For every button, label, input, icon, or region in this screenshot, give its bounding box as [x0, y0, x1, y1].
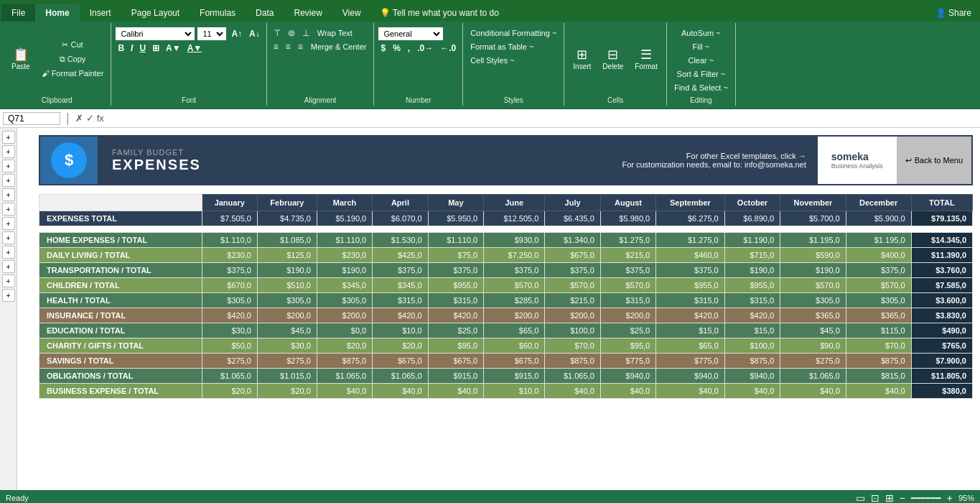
row-value[interactable]: $215,0	[545, 293, 600, 308]
row-value[interactable]: $1.195,0	[780, 233, 846, 248]
align-right-button[interactable]: ≡	[296, 41, 305, 52]
row-value[interactable]: $70,0	[846, 338, 911, 354]
row-value[interactable]: $375,0	[428, 263, 483, 278]
row-value[interactable]: $315,0	[373, 293, 428, 308]
row-value[interactable]: $190,0	[780, 263, 846, 278]
row-value[interactable]: $1.110,0	[317, 233, 372, 248]
italic-button[interactable]: I	[129, 42, 135, 54]
row-value[interactable]: $14.345,0	[911, 233, 972, 248]
row-value[interactable]: $1.065,0	[780, 369, 846, 384]
sort-filter-button[interactable]: Sort & Filter ~	[671, 68, 731, 80]
row-value[interactable]: $5.190,0	[317, 211, 372, 226]
tab-home[interactable]: Home	[35, 4, 79, 22]
row-value[interactable]: $7.505,0	[202, 211, 257, 226]
row-value[interactable]: $875,0	[724, 354, 780, 369]
row-value[interactable]: $95,0	[428, 338, 483, 354]
cell-styles-button[interactable]: Cell Styles ~	[467, 55, 517, 66]
row-value[interactable]: $215,0	[600, 248, 655, 263]
row-value[interactable]: $90,0	[780, 338, 846, 354]
row-value[interactable]: $345,0	[317, 278, 372, 293]
row-value[interactable]: $420,0	[202, 308, 257, 323]
row-value[interactable]: $940,0	[724, 369, 780, 384]
font-grow-button[interactable]: A↑	[229, 28, 244, 40]
row-value[interactable]: $40,0	[780, 384, 846, 399]
copy-button[interactable]: ⧉ Copy	[39, 53, 107, 65]
find-select-button[interactable]: Find & Select ~	[671, 82, 731, 93]
row-value[interactable]: $6.435,0	[545, 211, 600, 226]
row-value[interactable]: $45,0	[780, 323, 846, 338]
row-value[interactable]: $365,0	[846, 308, 911, 323]
tell-me-input[interactable]: 💡 Tell me what you want to do	[371, 4, 508, 22]
row-value[interactable]: $490,0	[911, 323, 972, 338]
row-value[interactable]: $1.195,0	[846, 233, 911, 248]
row-value[interactable]: $375,0	[202, 263, 257, 278]
fill-button[interactable]: Fill ~	[671, 41, 731, 52]
row-value[interactable]: $40,0	[428, 384, 483, 399]
row-value[interactable]: $570,0	[545, 278, 600, 293]
row-ctrl-add-8[interactable]: +	[2, 231, 15, 244]
row-value[interactable]: $125,0	[257, 248, 317, 263]
cancel-formula-button[interactable]: ✗	[75, 113, 83, 124]
conditional-formatting-button[interactable]: Conditional Formatting ~	[467, 27, 559, 39]
row-value[interactable]: $3.760,0	[911, 263, 972, 278]
row-value[interactable]: $875,0	[846, 354, 911, 369]
row-value[interactable]: $670,0	[202, 278, 257, 293]
row-value[interactable]: $715,0	[724, 248, 780, 263]
row-value[interactable]: $1.190,0	[724, 233, 780, 248]
row-value[interactable]: $420,0	[373, 308, 428, 323]
row-value[interactable]: $11.390,0	[911, 248, 972, 263]
enter-formula-button[interactable]: ✓	[86, 113, 94, 124]
row-value[interactable]: $425,0	[373, 248, 428, 263]
row-value[interactable]: $345,0	[373, 278, 428, 293]
row-value[interactable]: $5.950,0	[428, 211, 483, 226]
row-value[interactable]: $400,0	[846, 248, 911, 263]
row-value[interactable]: $275,0	[202, 354, 257, 369]
autosum-button[interactable]: AutoSum ~	[671, 27, 731, 39]
row-value[interactable]: $25,0	[600, 323, 655, 338]
cut-button[interactable]: ✂ Cut	[39, 39, 107, 51]
row-value[interactable]: $40,0	[656, 384, 725, 399]
row-ctrl-add-6[interactable]: +	[2, 203, 15, 216]
normal-view-icon[interactable]: ▭	[856, 492, 865, 503]
row-value[interactable]: $5.900,0	[846, 211, 911, 226]
clear-button[interactable]: Clear ~	[671, 55, 731, 66]
row-value[interactable]: $200,0	[484, 308, 545, 323]
row-value[interactable]: $0,0	[317, 323, 372, 338]
align-bottom-button[interactable]: ⊥	[300, 27, 312, 39]
row-value[interactable]: $65,0	[484, 323, 545, 338]
row-value[interactable]: $20,0	[202, 384, 257, 399]
tab-view[interactable]: View	[332, 4, 371, 22]
row-value[interactable]: $11.805,0	[911, 369, 972, 384]
row-value[interactable]: $570,0	[846, 278, 911, 293]
row-value[interactable]: $115,0	[846, 323, 911, 338]
row-value[interactable]: $6.070,0	[373, 211, 428, 226]
row-value[interactable]: $95,0	[600, 338, 655, 354]
row-value[interactable]: $100,0	[724, 338, 780, 354]
row-value[interactable]: $5.700,0	[780, 211, 846, 226]
row-value[interactable]: $1.015,0	[257, 369, 317, 384]
row-value[interactable]: $1.275,0	[656, 233, 725, 248]
formula-input[interactable]	[107, 114, 977, 124]
row-value[interactable]: $460,0	[656, 248, 725, 263]
row-value[interactable]: $1.065,0	[373, 369, 428, 384]
row-value[interactable]: $775,0	[656, 354, 725, 369]
row-value[interactable]: $590,0	[780, 248, 846, 263]
back-to-menu-button[interactable]: ↩ Back to Menu	[897, 137, 971, 184]
wrap-text-button[interactable]: Wrap Text	[314, 27, 355, 39]
tab-file[interactable]: File	[1, 4, 35, 22]
row-value[interactable]: $315,0	[656, 293, 725, 308]
currency-button[interactable]: $	[378, 42, 388, 54]
row-value[interactable]: $30,0	[257, 338, 317, 354]
align-middle-button[interactable]: ⊜	[286, 27, 297, 39]
row-value[interactable]: $570,0	[484, 278, 545, 293]
row-ctrl-add-5[interactable]: +	[2, 188, 15, 201]
row-value[interactable]: $375,0	[373, 263, 428, 278]
row-value[interactable]: $510,0	[257, 278, 317, 293]
row-value[interactable]: $305,0	[257, 293, 317, 308]
tab-formulas[interactable]: Formulas	[190, 4, 246, 22]
row-value[interactable]: $1.530,0	[373, 233, 428, 248]
tab-page-layout[interactable]: Page Layout	[121, 4, 190, 22]
insert-button[interactable]: ⊞ Insert	[569, 45, 595, 73]
row-value[interactable]: $15,0	[656, 323, 725, 338]
row-value[interactable]: $570,0	[600, 278, 655, 293]
